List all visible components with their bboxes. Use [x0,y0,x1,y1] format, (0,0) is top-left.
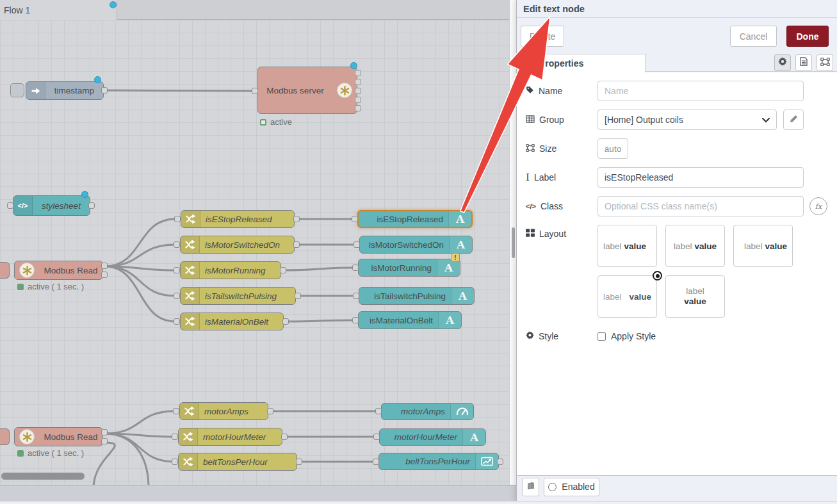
output-port[interactable] [101,272,108,278]
output-port[interactable] [88,202,95,209]
group-select[interactable]: [Home] Output coils [597,110,777,130]
wire[interactable] [104,90,253,91]
wire[interactable] [104,434,149,485]
canvas-vscrollbar[interactable] [509,0,516,485]
flow-node-ui-text[interactable]: isEStopReleasedA [357,210,473,228]
flow-node-ui-text[interactable]: isMaterialOnBeltA [358,311,462,329]
input-port[interactable] [174,318,180,325]
flow-node-ui-text[interactable]: motorHourMeterA [379,428,486,446]
done-button[interactable]: Done [786,26,829,47]
vscrollbar-thumb[interactable] [512,227,515,258]
inject-button[interactable] [10,83,24,97]
wire[interactable] [286,320,354,321]
flow-node-change[interactable]: isMaterialOnBelt [180,313,284,330]
tab-properties[interactable]: Properties [517,54,646,72]
wire[interactable] [104,219,175,266]
flow-node-ui-stylesheet[interactable]: </>stylesheet [13,195,90,216]
output-port[interactable] [355,79,361,85]
flow-node-ui-chart[interactable]: beltTonsPerHour [378,453,499,470]
flow-node-change[interactable]: isMotorRunning [180,261,281,279]
layout-option-col-stack[interactable]: labelvalue [665,275,725,318]
layout-option-row-left[interactable]: labelvalue [597,225,657,267]
flow-canvas[interactable]: timestampModbus serveractive</>styleshee… [0,20,509,485]
input-port[interactable] [172,459,178,465]
hscrollbar-thumb[interactable] [1,473,85,480]
input-port[interactable] [7,202,13,209]
output-port[interactable] [355,105,361,111]
label-input[interactable] [597,167,804,188]
input-port[interactable] [352,264,359,271]
output-port[interactable] [355,88,361,94]
input-port[interactable] [353,293,359,299]
output-port[interactable] [497,459,503,465]
layout-option-row-right[interactable]: labelvalue [733,225,793,267]
flow-node-ui-text[interactable]: isMotorRunningA [358,259,460,277]
layout-option-row-center[interactable]: labelvalue [665,225,725,267]
wire[interactable] [283,268,354,270]
output-port[interactable] [101,438,108,444]
input-port[interactable] [174,216,181,222]
input-port[interactable] [373,434,380,440]
flow-node-change[interactable]: motorHourMeter [178,428,282,446]
flow-node-change[interactable]: motorAmps [179,402,268,420]
flow-node-ui-text[interactable]: isTailswitchPulsingA [359,287,475,305]
flow-node-modbus-server[interactable]: Modbus server [257,67,357,114]
wire[interactable] [104,245,175,266]
output-port[interactable] [293,216,300,222]
flow-node-change[interactable]: isMotorSwitchedOn [180,236,295,254]
input-port[interactable] [174,241,180,248]
flow-node-ui-gauge[interactable]: motorAmps [381,403,474,420]
layout-option-row-spread[interactable]: labelvalue [597,275,657,318]
offscreen-node-stub[interactable] [0,428,10,445]
output-port[interactable] [101,87,108,93]
wire[interactable] [104,411,175,434]
input-port[interactable] [252,88,258,94]
output-port[interactable] [101,429,108,435]
name-input[interactable] [597,81,804,101]
flow-node-modbus-read[interactable]: Modbus Read [14,261,103,280]
output-port[interactable] [101,263,108,269]
input-port[interactable] [173,408,179,414]
input-port[interactable] [375,408,382,414]
offscreen-node-stub[interactable] [0,262,10,279]
output-port[interactable] [355,70,361,76]
selected-radio[interactable] [653,271,662,280]
size-auto-button[interactable]: auto [597,138,628,159]
node-properties-button[interactable] [774,54,791,71]
apply-style-checkbox[interactable] [597,332,606,341]
output-port[interactable] [281,434,288,440]
input-port[interactable] [353,241,360,248]
wire[interactable] [93,443,115,485]
output-port[interactable] [282,318,289,325]
input-port[interactable] [174,267,180,273]
output-port[interactable] [293,241,300,248]
docs-button[interactable] [522,478,539,496]
input-port[interactable] [352,317,359,323]
output-port[interactable] [355,97,361,103]
input-port[interactable] [373,459,379,465]
enabled-toggle-button[interactable]: Enabled [544,478,599,496]
input-port[interactable] [174,293,180,299]
tab-flow-1[interactable]: Flow 1 [0,0,117,20]
wire[interactable] [104,266,175,321]
output-port[interactable] [295,293,301,299]
flow-node-ui-text[interactable]: isMotorSwitchedOnA [359,236,473,254]
output-port[interactable] [296,459,302,465]
input-port[interactable] [352,216,358,222]
flow-node-change[interactable]: isEStopReleased [181,210,295,228]
flow-node-change[interactable]: isTailswitchPulsing [180,287,296,305]
flow-node-change[interactable]: beltTonsPerHour [178,453,297,471]
output-port[interactable] [267,408,273,414]
edit-group-button[interactable] [783,110,804,130]
flow-node-inject[interactable]: timestamp [26,81,104,100]
input-port[interactable] [172,434,178,440]
delete-button[interactable]: Delete [521,26,564,47]
class-input[interactable] [597,196,804,216]
node-label: motorAmps [382,403,450,419]
flow-node-modbus-read[interactable]: Modbus Read [14,427,103,446]
output-port[interactable] [280,267,286,273]
fx-button[interactable]: fx [809,197,827,215]
cancel-button[interactable]: Cancel [730,26,777,47]
node-appearance-button[interactable] [817,54,833,71]
node-description-button[interactable] [795,54,812,71]
